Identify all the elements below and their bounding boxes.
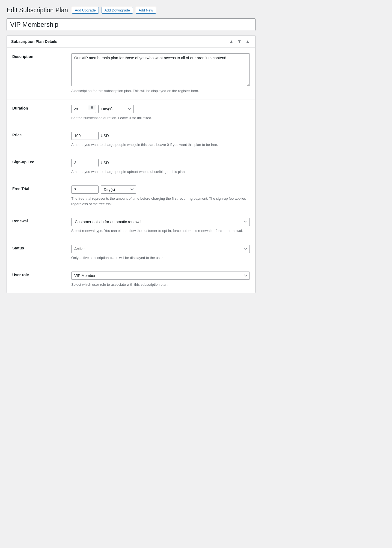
card-header-actions: ▲ ▼ ▲ (228, 39, 251, 44)
user-role-hint: Select which user role to associate with… (71, 282, 250, 287)
duration-field: ⊞ Day(s) Week(s) Month(s) Year(s) Set th… (71, 105, 250, 121)
renewal-hint: Select renewal type. You can either allo… (71, 228, 250, 234)
user-role-field: VIP Member Subscriber Editor Author Sele… (71, 272, 250, 287)
free-trial-label: Free Trial (12, 185, 67, 191)
page-title: Edit Subscription Plan (7, 7, 68, 14)
signup-fee-label: Sign-up Fee (12, 159, 67, 164)
description-row: Description Our VIP membership plan for … (7, 48, 255, 99)
status-hint: Only active subscription plans will be d… (71, 255, 250, 261)
signup-fee-inputs: USD (71, 159, 250, 167)
collapse-down-button[interactable]: ▼ (236, 39, 243, 44)
duration-label: Duration (12, 105, 67, 110)
add-downgrade-button[interactable]: Add Downgrade (102, 7, 133, 14)
free-trial-unit-select[interactable]: Day(s) Week(s) Month(s) Year(s) (101, 185, 136, 194)
signup-fee-field: USD Amount you want to charge people upf… (71, 159, 250, 175)
price-field: USD Amount you want to charge people who… (71, 132, 250, 148)
description-field: Our VIP membership plan for those of you… (71, 53, 250, 94)
renewal-row: Renewal Customer opts in for automatic r… (7, 212, 255, 239)
user-role-label: User role (12, 272, 67, 277)
description-hint: A description for this subscription plan… (71, 88, 250, 94)
signup-fee-hint: Amount you want to charge people upfront… (71, 169, 250, 175)
free-trial-inputs: Day(s) Week(s) Month(s) Year(s) (71, 185, 250, 194)
free-trial-hint: The free trial represents the amount of … (71, 196, 250, 207)
renewal-field: Customer opts in for automatic renewal A… (71, 218, 250, 234)
duration-number-input[interactable] (72, 105, 88, 113)
description-textarea[interactable]: Our VIP membership plan for those of you… (71, 53, 250, 86)
renewal-label: Renewal (12, 218, 67, 223)
description-label: Description (12, 53, 67, 59)
plan-name-input[interactable] (7, 18, 256, 31)
free-trial-row: Free Trial Day(s) Week(s) Month(s) Year(… (7, 180, 255, 212)
price-hint: Amount you want to charge people who joi… (71, 142, 250, 148)
signup-fee-row: Sign-up Fee USD Amount you want to charg… (7, 153, 255, 180)
duration-input-wrap: ⊞ (71, 105, 96, 113)
status-select[interactable]: Active Inactive (71, 245, 250, 253)
user-role-row: User role VIP Member Subscriber Editor A… (7, 266, 255, 293)
duration-unit-select[interactable]: Day(s) Week(s) Month(s) Year(s) (98, 105, 134, 113)
card-header: Subscription Plan Details ▲ ▼ ▲ (7, 36, 255, 48)
card-body: Description Our VIP membership plan for … (7, 48, 255, 293)
price-currency: USD (101, 134, 109, 138)
collapse-up-button[interactable]: ▲ (228, 39, 234, 44)
free-trial-input[interactable] (71, 185, 99, 194)
add-upgrade-button[interactable]: Add Upgrade (72, 7, 99, 14)
signup-fee-input[interactable] (71, 159, 99, 167)
page-header: Edit Subscription Plan Add Upgrade Add D… (7, 7, 256, 14)
duration-hint: Set the subscription duration. Leave 0 f… (71, 115, 250, 121)
price-input[interactable] (71, 132, 99, 140)
toggle-button[interactable]: ▲ (244, 39, 251, 44)
duration-inputs: ⊞ Day(s) Week(s) Month(s) Year(s) (71, 105, 250, 113)
subscription-plan-card: Subscription Plan Details ▲ ▼ ▲ Descript… (7, 35, 256, 293)
calendar-icon: ⊞ (88, 105, 96, 110)
add-new-button[interactable]: Add New (136, 7, 156, 14)
card-header-title: Subscription Plan Details (11, 39, 57, 44)
status-row: Status Active Inactive Only active subsc… (7, 239, 255, 266)
price-row: Price USD Amount you want to charge peop… (7, 126, 255, 153)
duration-row: Duration ⊞ Day(s) Week(s) Month(s) Year(… (7, 99, 255, 126)
renewal-select[interactable]: Customer opts in for automatic renewal A… (71, 218, 250, 226)
status-label: Status (12, 245, 67, 250)
price-inputs: USD (71, 132, 250, 140)
status-field: Active Inactive Only active subscription… (71, 245, 250, 261)
user-role-select[interactable]: VIP Member Subscriber Editor Author (71, 272, 250, 280)
free-trial-field: Day(s) Week(s) Month(s) Year(s) The free… (71, 185, 250, 207)
price-label: Price (12, 132, 67, 137)
signup-fee-currency: USD (101, 161, 109, 165)
